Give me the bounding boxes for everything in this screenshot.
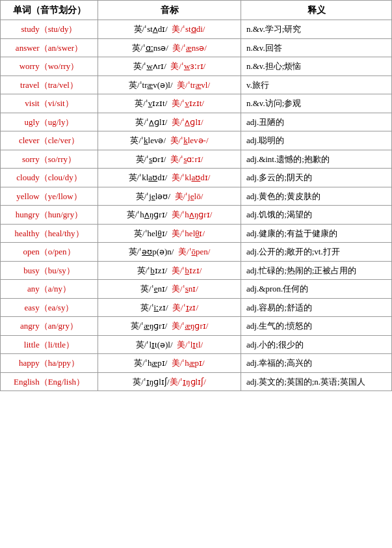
- word-cell: angry（an/gry）: [1, 317, 98, 336]
- table-row: easy（ea/sy）英/ˈiːzɪ/ 美/ˈɪzɪ/adj.容易的;舒适的: [1, 298, 392, 317]
- meaning-cell: adj.容易的;舒适的: [241, 298, 392, 317]
- meaning-cell: adj.黄色的;黄皮肤的: [241, 187, 392, 206]
- table-row: happy（ha/ppy）英/ˈhæpɪ/ 美/ˈhæpɪ/adj.幸福的;高兴…: [1, 354, 392, 373]
- word-cell: hungry（hun/gry）: [1, 206, 98, 225]
- table-row: hungry（hun/gry）英/ˈhʌŋɡrɪ/ 美/ˈhʌŋɡrɪ/adj.…: [1, 206, 392, 225]
- meaning-cell: adj.丑陋的: [241, 113, 392, 131]
- phonetic-cell: 英/ˈəʊp(ə)n/ 美/ˈōpen/: [98, 243, 241, 262]
- table-row: English（Eng/lish）英/ˈɪŋɡlɪʃ/美/ˈɪŋɡlɪʃ/adj…: [1, 372, 392, 391]
- word-cell: travel（tra/vel）: [1, 75, 98, 94]
- phonetic-cell: 英/ˈlɪt(ə)l/ 美/ˈlɪtl/: [98, 335, 241, 354]
- table-row: any（a/ny）英/ˈenɪ/ 美/ˈsnɪ/adj.&pron.任何的: [1, 280, 392, 299]
- meaning-cell: adj.英文的;英国的;n.英语;英国人: [241, 372, 392, 391]
- vocabulary-table: 单词（音节划分） 音标 释义 study（stu/dy）英/ˈstʌdɪ/ 美/…: [0, 0, 392, 391]
- meaning-cell: adj.健康的;有益于健康的: [241, 224, 392, 243]
- meaning-cell: n.&v.担心;烦恼: [241, 57, 392, 76]
- word-cell: cloudy（clou/dy）: [1, 169, 98, 187]
- phonetic-cell: 英/ˈhæpɪ/ 美/ˈhæpɪ/: [98, 354, 241, 373]
- word-cell: worry（wo/rry）: [1, 57, 98, 76]
- meaning-cell: adj.小的;很少的: [241, 335, 392, 354]
- phonetic-cell: 英/ˈtræv(ə)l/ 美/ˈtrævl/: [98, 75, 241, 94]
- phonetic-cell: 英/ˈæŋɡrɪ/ 美/ˈæŋɡrɪ/: [98, 317, 241, 336]
- table-row: cloudy（clou/dy）英/ˈklaʊdɪ/ 美/ˈklaʊdɪ/adj.…: [1, 169, 392, 187]
- meaning-cell: adj.聪明的: [241, 131, 392, 150]
- word-cell: easy（ea/sy）: [1, 298, 98, 317]
- phonetic-cell: 英/ˈklevə/ 美/ˈklevə-/: [98, 131, 241, 150]
- table-row: sorry（so/rry）英/ˈsɒrɪ/ 美/ˈsɑːrɪ/adj.&int.…: [1, 150, 392, 169]
- table-row: visit（vi/sit）英/ˈvɪzɪt/ 美/ˈvɪzɪt/n.&v.访问;…: [1, 94, 392, 113]
- word-cell: any（a/ny）: [1, 280, 98, 299]
- word-cell: English（Eng/lish）: [1, 372, 98, 391]
- table-row: ugly（ug/ly）英/ˈʌɡlɪ/ 美/ˈʌɡlɪ/adj.丑陋的: [1, 113, 392, 131]
- phonetic-cell: 英/ˈbɪzɪ/ 美/ˈbɪzɪ/: [98, 261, 241, 280]
- table-row: busy（bu/sy）英/ˈbɪzɪ/ 美/ˈbɪzɪ/adj.忙碌的;热闹的;…: [1, 261, 392, 280]
- meaning-cell: adj.&pron.任何的: [241, 280, 392, 299]
- phonetic-cell: 英/ˈʌɡlɪ/ 美/ˈʌɡlɪ/: [98, 113, 241, 131]
- word-cell: answer（an/swer）: [1, 38, 98, 57]
- meaning-cell: adj.饥饿的;渴望的: [241, 206, 392, 225]
- phonetic-cell: 英/ˈklaʊdɪ/ 美/ˈklaʊdɪ/: [98, 169, 241, 187]
- table-row: travel（tra/vel）英/ˈtræv(ə)l/ 美/ˈtrævl/v.旅…: [1, 75, 392, 94]
- word-cell: sorry（so/rry）: [1, 150, 98, 169]
- word-cell: healthy（heal/thy）: [1, 224, 98, 243]
- table-row: healthy（heal/thy）英/ˈhelθɪ/ 美/ˈhelθɪ/adj.…: [1, 224, 392, 243]
- meaning-cell: adj.公开的;敞开的;vt.打开: [241, 243, 392, 262]
- phonetic-cell: 英/ˈhʌŋɡrɪ/ 美/ˈhʌŋɡrɪ/: [98, 206, 241, 225]
- table-row: little（li/ttle）英/ˈlɪt(ə)l/ 美/ˈlɪtl/adj.小…: [1, 335, 392, 354]
- word-cell: busy（bu/sy）: [1, 261, 98, 280]
- word-cell: visit（vi/sit）: [1, 94, 98, 113]
- word-cell: study（stu/dy）: [1, 20, 98, 39]
- meaning-cell: adj.多云的;阴天的: [241, 169, 392, 187]
- table-row: open（o/pen）英/ˈəʊp(ə)n/ 美/ˈōpen/adj.公开的;敞…: [1, 243, 392, 262]
- meaning-cell: n.&v.访问;参观: [241, 94, 392, 113]
- meaning-cell: n.&v.回答: [241, 38, 392, 57]
- meaning-cell: v.旅行: [241, 75, 392, 94]
- meaning-cell: adj.生气的;愤怒的: [241, 317, 392, 336]
- word-cell: happy（ha/ppy）: [1, 354, 98, 373]
- meaning-cell: adj.幸福的;高兴的: [241, 354, 392, 373]
- table-row: answer（an/swer）英/ˈɑːnsə/ 美/ˈænsə/n.&v.回答: [1, 38, 392, 57]
- table-row: worry（wo/rry）英/ˈwʌrɪ/ 美/ˈwɜːrɪ/n.&v.担心;烦…: [1, 57, 392, 76]
- phonetic-cell: 英/ˈwʌrɪ/ 美/ˈwɜːrɪ/: [98, 57, 241, 76]
- table-row: angry（an/gry）英/ˈæŋɡrɪ/ 美/ˈæŋɡrɪ/adj.生气的;…: [1, 317, 392, 336]
- phonetic-cell: 英/ˈɑːnsə/ 美/ˈænsə/: [98, 38, 241, 57]
- phonetic-cell: 英/ˈstʌdɪ/ 美/ˈstɑdi/: [98, 20, 241, 39]
- col-header-phonetic: 音标: [98, 1, 241, 20]
- table-row: study（stu/dy）英/ˈstʌdɪ/ 美/ˈstɑdi/n.&v.学习;…: [1, 20, 392, 39]
- word-cell: open（o/pen）: [1, 243, 98, 262]
- word-cell: yellow（ye/llow）: [1, 187, 98, 206]
- meaning-cell: adj.忙碌的;热闹的;正被占用的: [241, 261, 392, 280]
- phonetic-cell: 英/ˈenɪ/ 美/ˈsnɪ/: [98, 280, 241, 299]
- phonetic-cell: 英/ˈiːzɪ/ 美/ˈɪzɪ/: [98, 298, 241, 317]
- table-row: yellow（ye/llow）英/ˈjeləʊ/ 美/ˈjelō/adj.黄色的…: [1, 187, 392, 206]
- col-header-meaning: 释义: [241, 1, 392, 20]
- word-cell: little（li/ttle）: [1, 335, 98, 354]
- phonetic-cell: 英/ˈɪŋɡlɪʃ/美/ˈɪŋɡlɪʃ/: [98, 372, 241, 391]
- phonetic-cell: 英/ˈsɒrɪ/ 美/ˈsɑːrɪ/: [98, 150, 241, 169]
- word-cell: clever（cle/ver）: [1, 131, 98, 150]
- table-row: clever（cle/ver）英/ˈklevə/ 美/ˈklevə-/adj.聪…: [1, 131, 392, 150]
- meaning-cell: n.&v.学习;研究: [241, 20, 392, 39]
- col-header-word: 单词（音节划分）: [1, 1, 98, 20]
- meaning-cell: adj.&int.遗憾的;抱歉的: [241, 150, 392, 169]
- phonetic-cell: 英/ˈvɪzɪt/ 美/ˈvɪzɪt/: [98, 94, 241, 113]
- word-cell: ugly（ug/ly）: [1, 113, 98, 131]
- phonetic-cell: 英/ˈjeləʊ/ 美/ˈjelō/: [98, 187, 241, 206]
- phonetic-cell: 英/ˈhelθɪ/ 美/ˈhelθɪ/: [98, 224, 241, 243]
